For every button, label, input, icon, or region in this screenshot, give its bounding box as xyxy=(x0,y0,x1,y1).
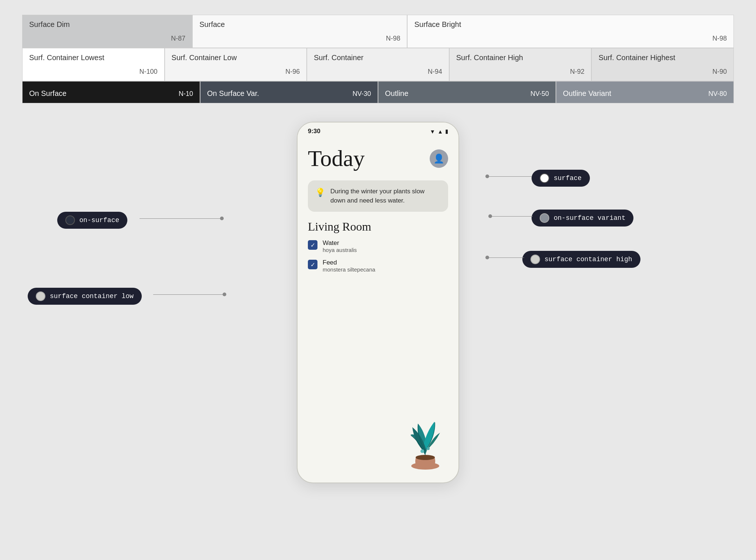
sc-lowest-label: Surf. Container Lowest xyxy=(29,53,158,62)
cell-surface-dim: Surface Dim N-87 xyxy=(22,15,192,48)
connector-sc-high-dot xyxy=(485,256,489,259)
annotation-surface-container-high: surface container high xyxy=(522,251,640,268)
phone-header: Today 👤 xyxy=(308,138,448,175)
annotation-sc-low-label: surface container low xyxy=(50,293,134,300)
color-row-2: Surf. Container Lowest N-100 Surf. Conta… xyxy=(22,48,734,81)
on-surface-val: N-10 xyxy=(179,90,193,98)
status-bar: 9:30 ▼ ▲ ▮ xyxy=(298,122,458,138)
wifi-icon: ▼ xyxy=(430,128,435,135)
annotation-surface-label: surface xyxy=(554,174,582,182)
connector-sc-high-line xyxy=(487,257,524,258)
connector-on-surface-var-dot xyxy=(488,214,492,218)
cell-on-surface: On Surface N-10 xyxy=(22,81,200,103)
outline-var-val: NV-80 xyxy=(708,90,727,98)
outline-val: NV-50 xyxy=(530,90,549,98)
sc-high-value: N-92 xyxy=(456,68,585,76)
annotation-circle-on-surface-var xyxy=(540,213,549,223)
on-surface-var-label: On Surface Var. xyxy=(207,89,259,98)
info-card: 💡 During the winter your plants slow dow… xyxy=(308,180,448,212)
color-row-3: On Surface N-10 On Surface Var. NV-30 Ou… xyxy=(22,81,734,103)
surface-bright-label: Surface Bright xyxy=(414,20,727,29)
info-card-text: During the winter your plants slow down … xyxy=(330,187,441,205)
sc-low-label: Surf. Container Low xyxy=(172,53,300,62)
cell-on-surface-var: On Surface Var. NV-30 xyxy=(200,81,378,103)
cell-surface: Surface N-98 xyxy=(192,15,407,48)
lightbulb-icon: 💡 xyxy=(315,188,325,197)
task-checkbox-1[interactable]: ✓ xyxy=(308,240,317,250)
check-icon-1: ✓ xyxy=(310,242,315,249)
cell-sc: Surf. Container N-94 xyxy=(307,48,449,81)
surface-label: Surface xyxy=(199,20,400,29)
annotation-circle-surface xyxy=(540,173,549,183)
cell-outline-var: Outline Variant NV-80 xyxy=(556,81,734,103)
sc-high-label: Surf. Container High xyxy=(456,53,585,62)
on-surface-label: On Surface xyxy=(29,89,66,98)
annotation-on-surface-label: on-surface xyxy=(79,217,119,224)
svg-point-1 xyxy=(416,455,435,460)
outline-var-label: Outline Variant xyxy=(563,89,611,98)
surface-value: N-98 xyxy=(199,35,400,42)
surface-dim-label: Surface Dim xyxy=(29,20,185,29)
annotation-surface: surface xyxy=(532,170,590,187)
color-grid: Surface Dim N-87 Surface N-98 Surface Br… xyxy=(22,15,734,103)
annotation-on-surface: on-surface xyxy=(57,212,127,229)
svg-point-3 xyxy=(427,447,430,450)
surface-bright-value: N-98 xyxy=(414,35,727,42)
connector-on-surface-line xyxy=(140,218,221,219)
annotation-on-surface-variant-label: on-surface variant xyxy=(554,214,625,222)
connector-on-surface-dot xyxy=(220,217,224,220)
phone-content: Today 👤 💡 During the winter your plants … xyxy=(298,138,458,273)
outline-label: Outline xyxy=(385,89,408,98)
avatar-button[interactable]: 👤 xyxy=(430,149,448,168)
task-text-1: Water hoya australis xyxy=(323,239,448,253)
on-surface-var-val: NV-30 xyxy=(353,90,371,98)
sc-label: Surf. Container xyxy=(314,53,442,62)
task-checkbox-2[interactable]: ✓ xyxy=(308,260,317,269)
task-name-2: Feed xyxy=(323,259,448,266)
phone-title: Today xyxy=(308,145,365,172)
plant-illustration xyxy=(399,398,451,471)
surface-dim-value: N-87 xyxy=(29,35,185,42)
task-item-2: ✓ Feed monstera siltepecana xyxy=(308,259,448,273)
cell-outline: Outline NV-50 xyxy=(378,81,556,103)
svg-point-2 xyxy=(420,449,424,453)
cell-sc-low: Surf. Container Low N-96 xyxy=(165,48,307,81)
connector-sc-low-line xyxy=(153,294,223,295)
task-sub-1: hoya australis xyxy=(323,247,448,253)
phone-mockup: 9:30 ▼ ▲ ▮ Today 👤 💡 During the winter y… xyxy=(297,122,459,483)
annotation-sc-high-label: surface container high xyxy=(544,256,632,263)
signal-icon: ▲ xyxy=(437,128,443,135)
annotation-circle-sc-high xyxy=(530,255,540,264)
color-row-1: Surface Dim N-87 Surface N-98 Surface Br… xyxy=(22,15,734,48)
annotation-circle-on-surface xyxy=(65,215,75,225)
cell-sc-high: Surf. Container High N-92 xyxy=(449,48,592,81)
phone-mockup-container: 9:30 ▼ ▲ ▮ Today 👤 💡 During the winter y… xyxy=(297,122,459,483)
avatar-icon: 👤 xyxy=(433,153,444,164)
connector-sc-low-dot xyxy=(223,293,226,296)
cell-sc-lowest: Surf. Container Lowest N-100 xyxy=(22,48,165,81)
battery-icon: ▮ xyxy=(445,128,448,135)
section-title: Living Room xyxy=(308,220,448,234)
connector-surface-dot xyxy=(485,174,489,178)
sc-highest-label: Surf. Container Highest xyxy=(598,53,727,62)
sc-low-value: N-96 xyxy=(172,68,300,76)
connector-surface-line xyxy=(487,176,532,177)
task-name-1: Water xyxy=(323,239,448,247)
annotation-on-surface-variant: on-surface variant xyxy=(532,210,633,227)
status-time: 9:30 xyxy=(308,128,320,135)
cell-sc-highest: Surf. Container Highest N-90 xyxy=(591,48,734,81)
annotation-surface-container-low: surface container low xyxy=(28,288,142,305)
task-sub-2: monstera siltepecana xyxy=(323,266,448,273)
annotation-circle-sc-low xyxy=(36,291,45,301)
status-icons: ▼ ▲ ▮ xyxy=(430,128,448,135)
connector-on-surface-var-line xyxy=(490,216,533,217)
sc-highest-value: N-90 xyxy=(598,68,727,76)
check-icon-2: ✓ xyxy=(310,261,315,268)
cell-surface-bright: Surface Bright N-98 xyxy=(407,15,734,48)
task-item-1: ✓ Water hoya australis xyxy=(308,239,448,253)
sc-lowest-value: N-100 xyxy=(29,68,158,76)
sc-value: N-94 xyxy=(314,68,442,76)
task-text-2: Feed monstera siltepecana xyxy=(323,259,448,273)
